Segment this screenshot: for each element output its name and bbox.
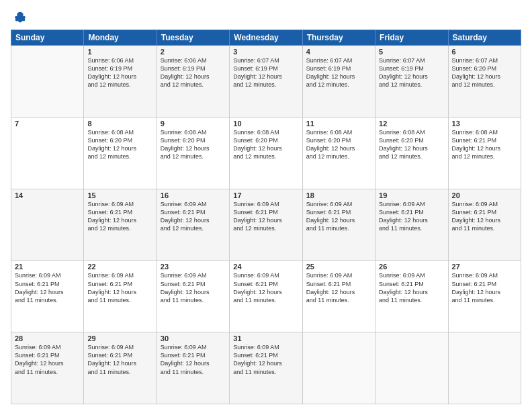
day-number: 18 xyxy=(306,191,371,199)
day-number: 5 xyxy=(379,48,444,56)
calendar-cell: 29Sunrise: 6:09 AM Sunset: 6:21 PM Dayli… xyxy=(84,332,157,404)
logo xyxy=(11,11,28,24)
day-number: 2 xyxy=(161,48,226,56)
day-number: 25 xyxy=(306,263,371,271)
day-header-friday: Friday xyxy=(375,30,448,46)
calendar-header-row: SundayMondayTuesdayWednesdayThursdayFrid… xyxy=(11,30,521,46)
day-number: 7 xyxy=(15,120,80,128)
day-number: 30 xyxy=(161,334,226,342)
day-number: 1 xyxy=(87,48,152,56)
day-number: 17 xyxy=(233,191,298,199)
day-info: Sunrise: 6:09 AM Sunset: 6:21 PM Dayligh… xyxy=(87,200,152,233)
day-number: 9 xyxy=(161,120,226,128)
calendar-cell: 4Sunrise: 6:07 AM Sunset: 6:19 PM Daylig… xyxy=(302,46,375,118)
page: SundayMondayTuesdayWednesdayThursdayFrid… xyxy=(0,0,532,411)
header xyxy=(11,11,521,24)
calendar-cell: 1Sunrise: 6:06 AM Sunset: 6:19 PM Daylig… xyxy=(84,46,157,118)
day-number: 13 xyxy=(452,120,517,128)
calendar-cell: 28Sunrise: 6:09 AM Sunset: 6:21 PM Dayli… xyxy=(11,332,84,404)
day-number: 27 xyxy=(452,263,517,271)
week-row-0: 1Sunrise: 6:06 AM Sunset: 6:19 PM Daylig… xyxy=(11,46,521,118)
day-info: Sunrise: 6:07 AM Sunset: 6:19 PM Dayligh… xyxy=(379,56,444,89)
day-number: 12 xyxy=(379,120,444,128)
calendar-cell xyxy=(375,332,448,404)
day-number: 31 xyxy=(233,334,298,342)
calendar-cell: 9Sunrise: 6:08 AM Sunset: 6:20 PM Daylig… xyxy=(157,117,229,189)
calendar-cell xyxy=(11,46,84,118)
day-info: Sunrise: 6:09 AM Sunset: 6:21 PM Dayligh… xyxy=(87,271,152,304)
day-info: Sunrise: 6:09 AM Sunset: 6:21 PM Dayligh… xyxy=(306,271,371,304)
day-number: 20 xyxy=(452,191,517,199)
day-number: 21 xyxy=(15,263,80,271)
week-row-2: 1415Sunrise: 6:09 AM Sunset: 6:21 PM Day… xyxy=(11,189,521,261)
calendar-cell: 22Sunrise: 6:09 AM Sunset: 6:21 PM Dayli… xyxy=(84,261,157,332)
day-info: Sunrise: 6:07 AM Sunset: 6:20 PM Dayligh… xyxy=(452,56,517,89)
day-info: Sunrise: 6:08 AM Sunset: 6:20 PM Dayligh… xyxy=(161,128,226,161)
day-header-thursday: Thursday xyxy=(302,30,375,46)
day-info: Sunrise: 6:07 AM Sunset: 6:19 PM Dayligh… xyxy=(233,56,298,89)
day-number: 16 xyxy=(161,191,226,199)
day-number: 19 xyxy=(379,191,444,199)
day-number: 6 xyxy=(452,48,517,56)
calendar-cell: 31Sunrise: 6:09 AM Sunset: 6:21 PM Dayli… xyxy=(230,332,302,404)
day-header-sunday: Sunday xyxy=(11,30,84,46)
day-info: Sunrise: 6:09 AM Sunset: 6:21 PM Dayligh… xyxy=(161,343,226,376)
day-info: Sunrise: 6:09 AM Sunset: 6:21 PM Dayligh… xyxy=(161,271,226,304)
day-info: Sunrise: 6:08 AM Sunset: 6:20 PM Dayligh… xyxy=(87,128,152,161)
calendar-cell: 23Sunrise: 6:09 AM Sunset: 6:21 PM Dayli… xyxy=(157,261,229,332)
day-info: Sunrise: 6:09 AM Sunset: 6:21 PM Dayligh… xyxy=(15,343,80,376)
day-header-monday: Monday xyxy=(84,30,157,46)
week-row-4: 28Sunrise: 6:09 AM Sunset: 6:21 PM Dayli… xyxy=(11,332,521,404)
calendar-cell: 24Sunrise: 6:09 AM Sunset: 6:21 PM Dayli… xyxy=(230,261,302,332)
day-info: Sunrise: 6:09 AM Sunset: 6:21 PM Dayligh… xyxy=(15,271,80,304)
calendar-cell: 5Sunrise: 6:07 AM Sunset: 6:19 PM Daylig… xyxy=(375,46,448,118)
calendar-cell: 18Sunrise: 6:09 AM Sunset: 6:21 PM Dayli… xyxy=(302,189,375,261)
calendar-cell: 11Sunrise: 6:08 AM Sunset: 6:20 PM Dayli… xyxy=(302,117,375,189)
calendar-cell: 26Sunrise: 6:09 AM Sunset: 6:21 PM Dayli… xyxy=(375,261,448,332)
day-number: 8 xyxy=(87,120,152,128)
calendar-cell: 2Sunrise: 6:06 AM Sunset: 6:19 PM Daylig… xyxy=(157,46,229,118)
day-info: Sunrise: 6:09 AM Sunset: 6:21 PM Dayligh… xyxy=(379,271,444,304)
day-header-saturday: Saturday xyxy=(448,30,521,46)
calendar: SundayMondayTuesdayWednesdayThursdayFrid… xyxy=(11,30,521,404)
calendar-cell: 19Sunrise: 6:09 AM Sunset: 6:21 PM Dayli… xyxy=(375,189,448,261)
calendar-cell: 14 xyxy=(11,189,84,261)
calendar-cell: 10Sunrise: 6:08 AM Sunset: 6:20 PM Dayli… xyxy=(230,117,302,189)
day-info: Sunrise: 6:09 AM Sunset: 6:21 PM Dayligh… xyxy=(233,200,298,233)
day-info: Sunrise: 6:08 AM Sunset: 6:21 PM Dayligh… xyxy=(452,128,517,161)
calendar-cell: 3Sunrise: 6:07 AM Sunset: 6:19 PM Daylig… xyxy=(230,46,302,118)
day-info: Sunrise: 6:09 AM Sunset: 6:21 PM Dayligh… xyxy=(306,200,371,233)
day-info: Sunrise: 6:08 AM Sunset: 6:20 PM Dayligh… xyxy=(306,128,371,161)
day-info: Sunrise: 6:09 AM Sunset: 6:21 PM Dayligh… xyxy=(233,271,298,304)
day-number: 11 xyxy=(306,120,371,128)
day-number: 15 xyxy=(87,191,152,199)
week-row-3: 21Sunrise: 6:09 AM Sunset: 6:21 PM Dayli… xyxy=(11,261,521,332)
day-info: Sunrise: 6:08 AM Sunset: 6:20 PM Dayligh… xyxy=(379,128,444,161)
day-info: Sunrise: 6:09 AM Sunset: 6:21 PM Dayligh… xyxy=(161,200,226,233)
day-number: 24 xyxy=(233,263,298,271)
day-info: Sunrise: 6:06 AM Sunset: 6:19 PM Dayligh… xyxy=(161,56,226,89)
calendar-cell: 12Sunrise: 6:08 AM Sunset: 6:20 PM Dayli… xyxy=(375,117,448,189)
calendar-cell: 7 xyxy=(11,117,84,189)
calendar-cell: 17Sunrise: 6:09 AM Sunset: 6:21 PM Dayli… xyxy=(230,189,302,261)
day-number: 3 xyxy=(233,48,298,56)
day-info: Sunrise: 6:09 AM Sunset: 6:21 PM Dayligh… xyxy=(452,271,517,304)
calendar-cell: 25Sunrise: 6:09 AM Sunset: 6:21 PM Dayli… xyxy=(302,261,375,332)
day-number: 22 xyxy=(87,263,152,271)
week-row-1: 78Sunrise: 6:08 AM Sunset: 6:20 PM Dayli… xyxy=(11,117,521,189)
day-number: 26 xyxy=(379,263,444,271)
day-info: Sunrise: 6:06 AM Sunset: 6:19 PM Dayligh… xyxy=(87,56,152,89)
logo-bird-icon xyxy=(13,11,27,24)
day-number: 28 xyxy=(15,334,80,342)
calendar-cell: 30Sunrise: 6:09 AM Sunset: 6:21 PM Dayli… xyxy=(157,332,229,404)
calendar-cell: 13Sunrise: 6:08 AM Sunset: 6:21 PM Dayli… xyxy=(448,117,521,189)
day-number: 23 xyxy=(161,263,226,271)
day-header-tuesday: Tuesday xyxy=(157,30,229,46)
calendar-cell: 8Sunrise: 6:08 AM Sunset: 6:20 PM Daylig… xyxy=(84,117,157,189)
calendar-cell xyxy=(302,332,375,404)
calendar-cell: 15Sunrise: 6:09 AM Sunset: 6:21 PM Dayli… xyxy=(84,189,157,261)
day-info: Sunrise: 6:09 AM Sunset: 6:21 PM Dayligh… xyxy=(233,343,298,376)
day-number: 29 xyxy=(87,334,152,342)
day-info: Sunrise: 6:08 AM Sunset: 6:20 PM Dayligh… xyxy=(233,128,298,161)
day-number: 4 xyxy=(306,48,371,56)
